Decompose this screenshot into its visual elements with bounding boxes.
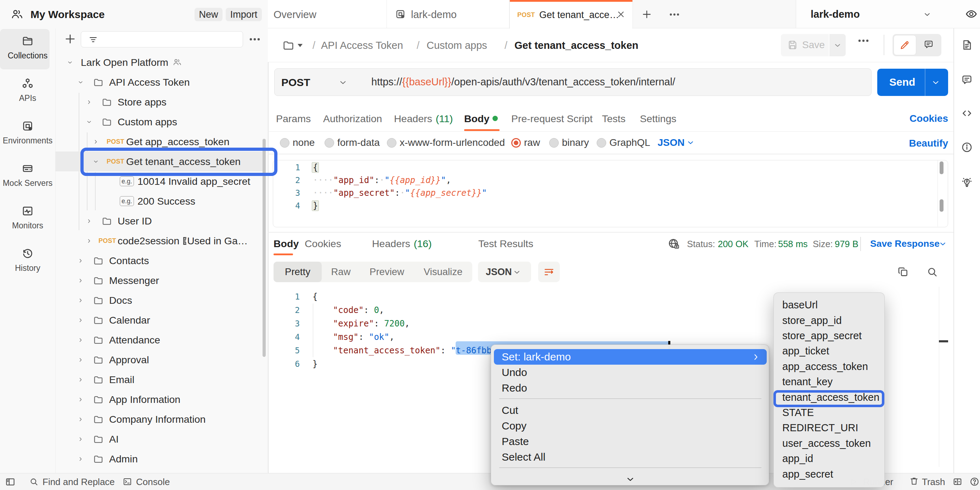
tree-row-api-access-token[interactable]: API Access Token (55, 72, 265, 92)
save-response-chevron-icon[interactable] (938, 239, 947, 249)
tree-row-approval[interactable]: Approval (55, 350, 265, 369)
tree-row-code2session-used-in-ga[interactable]: POSTcode2session Used in Ga… (55, 231, 265, 251)
tree-search-input[interactable] (81, 31, 243, 48)
tree-row-contacts[interactable]: Contacts (55, 251, 265, 271)
tree-row-admin[interactable]: Admin (55, 449, 265, 469)
view-preview[interactable]: Preview (360, 262, 414, 282)
documentation-icon[interactable] (961, 39, 973, 51)
submenu-item-store_app_secret[interactable]: store_app_secret (774, 328, 885, 343)
trash-button[interactable]: Trash (922, 477, 945, 487)
menu-item-paste[interactable]: Paste (494, 434, 767, 449)
find-replace-button[interactable]: Find and Replace (43, 477, 115, 487)
chevron-right-icon[interactable] (77, 297, 84, 304)
chevron-right-icon[interactable] (77, 436, 84, 442)
chevron-right-icon[interactable] (77, 357, 84, 363)
tree-row-user-id[interactable]: User ID (55, 211, 265, 231)
request-tab-settings[interactable]: Settings (640, 106, 676, 132)
save-response-button[interactable]: Save Response (870, 238, 940, 249)
method-selector[interactable]: POST (281, 76, 310, 89)
body-mode-radio-GraphQL[interactable] (597, 138, 606, 147)
submenu-item-redirect_uri[interactable]: REDIRECT_URI (774, 420, 885, 436)
save-dropdown-button[interactable] (829, 34, 846, 56)
tab-request-active[interactable]: POST Get tenant_acce… (509, 0, 633, 29)
collection-folder-icon[interactable] (282, 39, 295, 52)
console-button[interactable]: Console (136, 477, 170, 487)
info-icon[interactable] (961, 141, 973, 153)
chevron-down-icon[interactable] (67, 59, 73, 66)
body-mode-radio-none[interactable] (280, 138, 290, 147)
tree-row-calendar[interactable]: Calendar (55, 310, 265, 330)
menu-item-set-lark-demo[interactable]: Set: lark-demo (494, 349, 767, 365)
copy-response-icon[interactable] (897, 266, 909, 278)
chevron-right-icon[interactable] (77, 416, 84, 423)
rail-item-monitors[interactable]: Monitors (0, 199, 55, 240)
request-tab-tests[interactable]: Tests (602, 106, 626, 132)
chevron-right-icon[interactable] (86, 238, 92, 244)
tree-row-custom-apps[interactable]: Custom apps (55, 112, 265, 132)
response-tab-cookies[interactable]: Cookies (305, 232, 341, 255)
new-button[interactable]: New (194, 8, 223, 21)
rail-item-apis[interactable]: APIs (0, 71, 55, 113)
url-input[interactable]: https://{{baseUrl}}/open-apis/auth/v3/te… (371, 76, 675, 88)
environment-chevron-icon[interactable] (923, 10, 932, 19)
save-button[interactable]: Save (781, 34, 829, 56)
edit-mode-button[interactable] (894, 35, 916, 55)
tree-row-messenger[interactable]: Messenger (55, 271, 265, 290)
tree-row-store-apps[interactable]: Store apps (55, 92, 265, 112)
tab-options-icon[interactable] (668, 10, 680, 19)
submenu-item-app_secret[interactable]: app_secret (774, 466, 885, 482)
response-tab-test-results[interactable]: Test Results (478, 232, 533, 255)
breadcrumb-item-folder[interactable]: API Access Token (321, 40, 403, 51)
submenu-item-app_ticket[interactable]: app_ticket (774, 343, 885, 358)
send-dropdown-icon[interactable] (931, 78, 940, 87)
chevron-down-icon[interactable] (77, 79, 84, 86)
chevron-right-icon[interactable] (92, 138, 99, 145)
tree-row-app-information[interactable]: App Information (55, 389, 265, 409)
environment-selector[interactable]: lark-demo (811, 8, 860, 20)
chevron-right-icon[interactable] (77, 277, 84, 284)
submenu-item-app_id[interactable]: app_id (774, 451, 885, 466)
tab-overview[interactable]: Overview (268, 0, 387, 29)
response-tab-body[interactable]: Body (274, 232, 299, 255)
tree-row-ai[interactable]: AI (55, 429, 265, 449)
network-globe-icon[interactable] (668, 238, 680, 250)
comments-icon[interactable] (961, 74, 973, 86)
submenu-item-app_access_token[interactable]: app_access_token (774, 359, 885, 374)
menu-item-undo[interactable]: Undo (494, 365, 767, 380)
tab-close-icon[interactable] (616, 10, 626, 19)
search-response-icon[interactable] (926, 266, 938, 278)
tree-row-attendance[interactable]: Attendance (55, 330, 265, 350)
tree-row-docs[interactable]: Docs (55, 290, 265, 310)
chevron-right-icon[interactable] (77, 376, 84, 383)
rail-item-history[interactable]: History (0, 241, 55, 282)
menu-item-cut[interactable]: Cut (494, 403, 767, 418)
method-chevron-icon[interactable] (338, 78, 348, 87)
beautify-link[interactable]: Beautify (909, 138, 948, 149)
response-language-dropdown[interactable]: JSON (478, 262, 531, 282)
chevron-right-icon[interactable] (86, 218, 92, 224)
chevron-down-icon[interactable] (86, 119, 92, 125)
tips-bulb-icon[interactable] (961, 176, 973, 188)
menu-scroll-down-icon[interactable] (625, 474, 636, 485)
cookies-link[interactable]: Cookies (910, 113, 948, 124)
breadcrumb-item-request[interactable]: Get tenant_access_token (514, 40, 638, 51)
breadcrumb-item-subfolder[interactable]: Custom apps (426, 40, 487, 51)
request-tab-body[interactable]: Body (464, 106, 489, 132)
workspace-title[interactable]: My Workspace (30, 8, 105, 21)
chevron-right-icon[interactable] (86, 99, 92, 106)
toggle-sidebar-icon[interactable] (5, 477, 16, 487)
rail-item-mock-servers[interactable]: Mock Servers (0, 157, 55, 198)
chevron-right-icon[interactable] (77, 337, 84, 343)
request-tab-authorization[interactable]: Authorization (323, 106, 382, 132)
editor-scrollbar-thumb[interactable] (940, 162, 943, 174)
wrap-text-button[interactable] (538, 262, 560, 282)
chevron-right-icon[interactable] (77, 456, 84, 462)
chevron-right-icon[interactable] (77, 396, 84, 403)
submenu-item-baseurl[interactable]: baseUrl (774, 297, 885, 312)
body-mode-radio-x-www-form-urlencoded[interactable] (387, 138, 396, 147)
body-mode-radio-form-data[interactable] (325, 138, 334, 147)
breadcrumb-caret-icon[interactable] (297, 43, 303, 48)
tree-row-200-success[interactable]: e.g.200 Success (55, 191, 265, 211)
new-tab-button[interactable] (641, 9, 652, 20)
tree-row-email[interactable]: Email (55, 369, 265, 389)
